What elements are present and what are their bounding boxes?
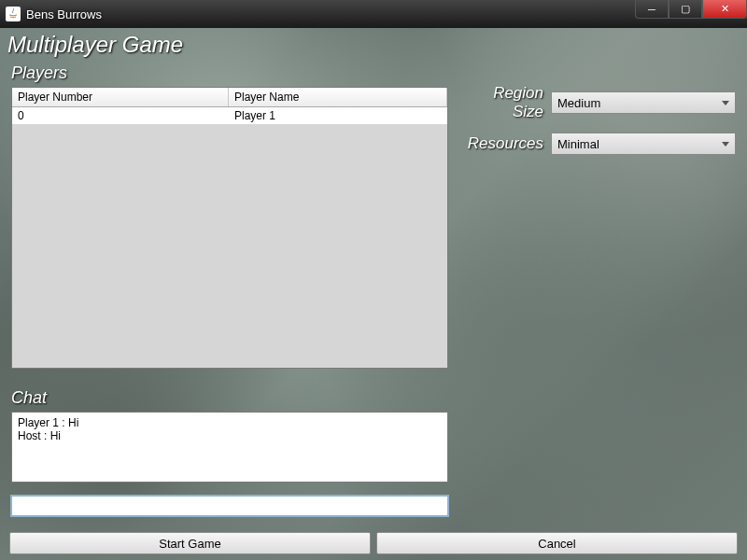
maximize-button[interactable]: ▢ (669, 0, 702, 19)
region-size-select[interactable]: Medium (551, 91, 736, 114)
cancel-button[interactable]: Cancel (376, 532, 738, 554)
resources-label: Resources (461, 134, 551, 153)
table-row[interactable]: 0 Player 1 (12, 107, 447, 124)
chat-group: Chat Player 1 : Hi Host : Hi (11, 388, 448, 516)
bottom-buttons: Start Game Cancel (9, 532, 738, 554)
players-table-body: 0 Player 1 (12, 107, 447, 368)
chat-label: Chat (11, 388, 448, 408)
col-player-name[interactable]: Player Name (229, 88, 447, 106)
client-area: Multiplayer Game Players Player Number P… (0, 28, 747, 560)
players-label: Players (11, 63, 448, 83)
page-title: Multiplayer Game (7, 32, 183, 58)
start-game-button[interactable]: Start Game (9, 532, 371, 554)
resources-value: Minimal (557, 137, 599, 151)
cell-player-number: 0 (12, 107, 229, 124)
cell-player-name: Player 1 (229, 107, 447, 124)
chevron-down-icon (722, 142, 729, 147)
col-player-number[interactable]: Player Number (12, 88, 229, 106)
java-icon (6, 7, 21, 21)
close-button[interactable]: ✕ (702, 0, 747, 19)
titlebar: Bens Burrows ─ ▢ ✕ (0, 0, 747, 28)
chat-log: Player 1 : Hi Host : Hi (11, 412, 448, 483)
minimize-button[interactable]: ─ (635, 0, 669, 19)
cancel-label: Cancel (538, 537, 575, 551)
players-table: Player Number Player Name 0 Player 1 (11, 87, 448, 369)
chevron-down-icon (722, 101, 729, 105)
chat-input[interactable] (11, 496, 448, 516)
players-table-header: Player Number Player Name (12, 88, 447, 107)
region-size-label: Region Size (461, 84, 551, 121)
window-controls: ─ ▢ ✕ (635, 0, 747, 19)
resources-select[interactable]: Minimal (551, 133, 736, 155)
region-size-value: Medium (557, 96, 600, 110)
region-size-row: Region Size Medium (461, 84, 736, 121)
settings-panel: Region Size Medium Resources Minimal (461, 84, 736, 166)
start-game-label: Start Game (159, 537, 220, 551)
window-title: Bens Burrows (26, 7, 102, 21)
resources-row: Resources Minimal (461, 133, 736, 155)
players-group: Players Player Number Player Name 0 Play… (11, 63, 448, 369)
